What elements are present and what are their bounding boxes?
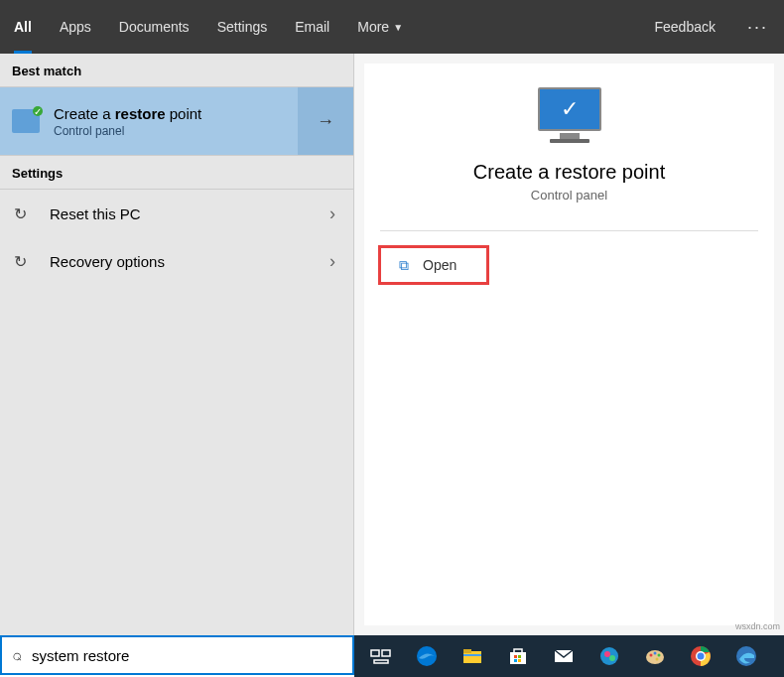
svg-point-14 bbox=[604, 651, 610, 657]
tab-email[interactable]: Email bbox=[281, 0, 343, 54]
arrow-right-icon: → bbox=[317, 111, 334, 132]
topbar-right: Feedback ··· bbox=[639, 0, 785, 54]
restore-point-icon bbox=[12, 109, 40, 133]
feedback-link[interactable]: Feedback bbox=[639, 19, 731, 35]
best-match-title: Create a restore point bbox=[54, 105, 201, 122]
detail-title: Create a restore point bbox=[364, 161, 774, 184]
store-icon[interactable] bbox=[495, 636, 541, 676]
svg-point-19 bbox=[658, 654, 661, 657]
svg-rect-6 bbox=[463, 654, 481, 656]
best-match-subtitle: Control panel bbox=[54, 124, 201, 138]
recovery-icon: ↻ bbox=[14, 252, 36, 271]
svg-point-23 bbox=[698, 653, 705, 660]
chevron-right-icon: › bbox=[329, 203, 335, 224]
mail-icon[interactable] bbox=[541, 636, 587, 676]
chevron-down-icon: ▼ bbox=[393, 22, 403, 33]
setting-recovery-options[interactable]: ↻ Recovery options › bbox=[0, 237, 353, 285]
results-pane: Best match Create a restore point Contro… bbox=[0, 54, 354, 635]
tab-settings[interactable]: Settings bbox=[203, 0, 282, 54]
svg-rect-5 bbox=[463, 649, 471, 653]
watermark: wsxdn.com bbox=[735, 621, 780, 631]
svg-point-20 bbox=[656, 658, 659, 661]
open-icon: ⧉ bbox=[399, 257, 409, 274]
title-post: point bbox=[166, 105, 202, 122]
expand-arrow-button[interactable]: → bbox=[298, 87, 353, 155]
svg-point-15 bbox=[609, 655, 615, 661]
svg-rect-9 bbox=[518, 655, 521, 658]
detail-pane: ✓ Create a restore point Control panel ⧉… bbox=[364, 64, 774, 625]
tab-more-label: More bbox=[357, 19, 389, 35]
tab-apps[interactable]: Apps bbox=[46, 0, 105, 54]
open-button[interactable]: ⧉ Open bbox=[378, 245, 489, 285]
bottom-bar: ⌕ bbox=[0, 635, 784, 677]
title-pre: Create a bbox=[54, 105, 115, 122]
setting-label: Reset this PC bbox=[50, 205, 141, 222]
paint-icon[interactable] bbox=[632, 636, 678, 676]
svg-rect-1 bbox=[382, 650, 390, 656]
tabs-container: All Apps Documents Settings Email More ▼ bbox=[0, 0, 417, 54]
svg-rect-0 bbox=[371, 650, 379, 656]
monitor-base bbox=[550, 139, 589, 143]
settings-header: Settings bbox=[0, 155, 353, 190]
chrome-icon[interactable] bbox=[678, 636, 723, 676]
task-view-icon[interactable] bbox=[358, 636, 404, 676]
main-content: Best match Create a restore point Contro… bbox=[0, 54, 784, 635]
svg-rect-11 bbox=[518, 659, 521, 662]
search-filter-tabs: All Apps Documents Settings Email More ▼… bbox=[0, 0, 784, 54]
search-input[interactable] bbox=[32, 647, 342, 664]
best-match-text: Create a restore point Control panel bbox=[54, 105, 201, 138]
legacy-edge-icon[interactable] bbox=[723, 636, 769, 676]
file-explorer-icon[interactable] bbox=[450, 636, 495, 676]
svg-rect-2 bbox=[374, 660, 388, 663]
detail-subtitle: Control panel bbox=[364, 188, 774, 203]
more-options-button[interactable]: ··· bbox=[731, 17, 784, 38]
taskbar bbox=[354, 635, 784, 677]
tab-documents[interactable]: Documents bbox=[105, 0, 203, 54]
tab-more[interactable]: More ▼ bbox=[343, 0, 417, 54]
best-match-result[interactable]: Create a restore point Control panel → bbox=[0, 87, 353, 155]
monitor-screen: ✓ bbox=[538, 87, 601, 131]
open-label: Open bbox=[423, 257, 457, 273]
search-icon: ⌕ bbox=[12, 646, 22, 664]
checkmark-icon: ✓ bbox=[561, 96, 579, 122]
svg-point-18 bbox=[654, 652, 657, 655]
setting-label: Recovery options bbox=[50, 253, 165, 270]
svg-rect-10 bbox=[514, 659, 517, 662]
edge-icon[interactable] bbox=[404, 636, 450, 676]
reset-icon: ↻ bbox=[14, 204, 36, 223]
photos-icon[interactable] bbox=[587, 636, 632, 676]
svg-rect-8 bbox=[514, 655, 517, 658]
setting-reset-pc[interactable]: ↻ Reset this PC › bbox=[0, 190, 353, 237]
title-bold: restore bbox=[115, 105, 166, 122]
chevron-right-icon: › bbox=[329, 251, 335, 272]
svg-point-17 bbox=[650, 654, 653, 657]
monitor-icon: ✓ bbox=[538, 87, 601, 143]
best-match-header: Best match bbox=[0, 54, 353, 87]
search-box[interactable]: ⌕ bbox=[0, 635, 354, 675]
detail-pane-wrapper: ✓ Create a restore point Control panel ⧉… bbox=[354, 54, 784, 635]
tab-all[interactable]: All bbox=[0, 0, 46, 54]
